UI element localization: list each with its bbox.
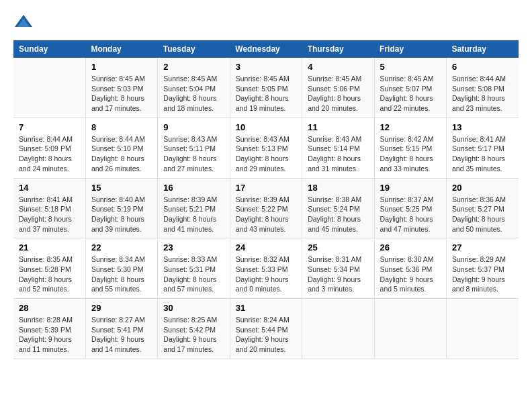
day-number: 7 [19,122,80,132]
calendar-cell: 11Sunrise: 8:43 AMSunset: 5:14 PMDayligh… [302,118,374,178]
day-info: Sunrise: 8:42 AMSunset: 5:15 PMDaylight:… [380,134,441,174]
day-number: 26 [380,242,441,253]
column-header-monday: Monday [85,40,157,58]
day-number: 8 [91,122,152,132]
day-info: Sunrise: 8:45 AMSunset: 5:07 PMDaylight:… [380,74,441,113]
day-info: Sunrise: 8:43 AMSunset: 5:14 PMDaylight:… [308,134,368,174]
calendar-cell: 18Sunrise: 8:38 AMSunset: 5:24 PMDayligh… [302,178,374,238]
week-row-3: 14Sunrise: 8:41 AMSunset: 5:18 PMDayligh… [13,178,519,238]
calendar-cell: 17Sunrise: 8:39 AMSunset: 5:22 PMDayligh… [230,178,302,238]
day-info: Sunrise: 8:28 AMSunset: 5:39 PMDaylight:… [19,315,80,355]
column-header-friday: Friday [374,40,446,58]
calendar-cell [374,299,446,359]
calendar-cell: 14Sunrise: 8:41 AMSunset: 5:18 PMDayligh… [13,178,85,238]
day-info: Sunrise: 8:30 AMSunset: 5:36 PMDaylight:… [380,255,441,294]
day-number: 23 [163,242,224,253]
day-info: Sunrise: 8:43 AMSunset: 5:11 PMDaylight:… [163,134,224,174]
day-info: Sunrise: 8:44 AMSunset: 5:08 PMDaylight:… [452,74,513,113]
day-info: Sunrise: 8:35 AMSunset: 5:28 PMDaylight:… [19,255,80,294]
calendar-cell: 25Sunrise: 8:31 AMSunset: 5:34 PMDayligh… [302,238,374,299]
calendar-cell: 4Sunrise: 8:45 AMSunset: 5:06 PMDaylight… [302,58,374,118]
day-number: 20 [452,183,513,193]
calendar-cell: 2Sunrise: 8:45 AMSunset: 5:04 PMDaylight… [158,58,230,118]
calendar-cell: 21Sunrise: 8:35 AMSunset: 5:28 PMDayligh… [13,238,85,299]
header-row: SundayMondayTuesdayWednesdayThursdayFrid… [13,40,519,58]
day-info: Sunrise: 8:27 AMSunset: 5:41 PMDaylight:… [91,315,152,355]
day-number: 13 [452,122,513,132]
calendar-cell: 13Sunrise: 8:41 AMSunset: 5:17 PMDayligh… [447,118,519,178]
day-info: Sunrise: 8:37 AMSunset: 5:25 PMDaylight:… [380,195,441,234]
day-number: 14 [19,183,80,193]
day-number: 27 [452,242,513,253]
calendar-cell: 28Sunrise: 8:28 AMSunset: 5:39 PMDayligh… [13,299,85,359]
day-info: Sunrise: 8:45 AMSunset: 5:06 PMDaylight:… [308,74,368,113]
day-info: Sunrise: 8:41 AMSunset: 5:17 PMDaylight:… [452,134,513,174]
calendar-cell [302,299,374,359]
calendar-cell: 24Sunrise: 8:32 AMSunset: 5:33 PMDayligh… [230,238,302,299]
column-header-thursday: Thursday [302,40,374,58]
day-info: Sunrise: 8:25 AMSunset: 5:42 PMDaylight:… [163,315,224,355]
calendar-cell: 16Sunrise: 8:39 AMSunset: 5:21 PMDayligh… [158,178,230,238]
day-number: 19 [380,183,441,193]
day-number: 28 [19,303,80,313]
day-number: 30 [163,303,224,313]
day-number: 9 [163,122,224,132]
calendar-body: 1Sunrise: 8:45 AMSunset: 5:03 PMDaylight… [13,58,519,359]
calendar-cell: 6Sunrise: 8:44 AMSunset: 5:08 PMDaylight… [447,58,519,118]
calendar-cell: 23Sunrise: 8:33 AMSunset: 5:31 PMDayligh… [158,238,230,299]
day-number: 21 [19,242,80,253]
column-header-saturday: Saturday [447,40,519,58]
day-info: Sunrise: 8:40 AMSunset: 5:19 PMDaylight:… [91,195,152,234]
day-number: 16 [163,183,224,193]
day-info: Sunrise: 8:44 AMSunset: 5:10 PMDaylight:… [91,134,152,174]
day-number: 5 [380,62,441,72]
day-info: Sunrise: 8:36 AMSunset: 5:27 PMDaylight:… [452,195,513,234]
calendar-cell: 5Sunrise: 8:45 AMSunset: 5:07 PMDaylight… [374,58,446,118]
day-number: 2 [163,62,224,72]
logo [13,13,36,34]
calendar-cell: 20Sunrise: 8:36 AMSunset: 5:27 PMDayligh… [447,178,519,238]
day-info: Sunrise: 8:45 AMSunset: 5:03 PMDaylight:… [91,74,152,113]
day-number: 12 [380,122,441,132]
calendar-cell: 15Sunrise: 8:40 AMSunset: 5:19 PMDayligh… [85,178,157,238]
week-row-4: 21Sunrise: 8:35 AMSunset: 5:28 PMDayligh… [13,238,519,299]
calendar-cell [13,58,85,118]
column-header-tuesday: Tuesday [158,40,230,58]
day-info: Sunrise: 8:38 AMSunset: 5:24 PMDaylight:… [308,195,368,234]
calendar-header: SundayMondayTuesdayWednesdayThursdayFrid… [13,40,519,58]
calendar-cell: 27Sunrise: 8:29 AMSunset: 5:37 PMDayligh… [447,238,519,299]
calendar-table: SundayMondayTuesdayWednesdayThursdayFrid… [13,40,519,359]
column-header-sunday: Sunday [13,40,85,58]
day-info: Sunrise: 8:31 AMSunset: 5:34 PMDaylight:… [308,255,368,294]
day-number: 29 [91,303,152,313]
calendar-cell: 3Sunrise: 8:45 AMSunset: 5:05 PMDaylight… [230,58,302,118]
calendar-cell: 10Sunrise: 8:43 AMSunset: 5:13 PMDayligh… [230,118,302,178]
day-info: Sunrise: 8:24 AMSunset: 5:44 PMDaylight:… [236,315,296,355]
calendar-cell: 31Sunrise: 8:24 AMSunset: 5:44 PMDayligh… [230,299,302,359]
day-info: Sunrise: 8:44 AMSunset: 5:09 PMDaylight:… [19,134,80,174]
day-number: 6 [452,62,513,72]
day-number: 3 [236,62,296,72]
day-info: Sunrise: 8:41 AMSunset: 5:18 PMDaylight:… [19,195,80,234]
calendar-cell: 8Sunrise: 8:44 AMSunset: 5:10 PMDaylight… [85,118,157,178]
day-info: Sunrise: 8:32 AMSunset: 5:33 PMDaylight:… [236,255,296,294]
week-row-2: 7Sunrise: 8:44 AMSunset: 5:09 PMDaylight… [13,118,519,178]
calendar-cell: 9Sunrise: 8:43 AMSunset: 5:11 PMDaylight… [158,118,230,178]
day-number: 4 [308,62,368,72]
day-number: 1 [91,62,152,72]
calendar-cell: 29Sunrise: 8:27 AMSunset: 5:41 PMDayligh… [85,299,157,359]
week-row-5: 28Sunrise: 8:28 AMSunset: 5:39 PMDayligh… [13,299,519,359]
calendar-cell: 19Sunrise: 8:37 AMSunset: 5:25 PMDayligh… [374,178,446,238]
day-info: Sunrise: 8:45 AMSunset: 5:05 PMDaylight:… [236,74,296,113]
day-number: 22 [91,242,152,253]
day-info: Sunrise: 8:45 AMSunset: 5:04 PMDaylight:… [163,74,224,113]
day-number: 11 [308,122,368,132]
day-number: 18 [308,183,368,193]
calendar-cell: 26Sunrise: 8:30 AMSunset: 5:36 PMDayligh… [374,238,446,299]
day-number: 24 [236,242,296,253]
day-info: Sunrise: 8:29 AMSunset: 5:37 PMDaylight:… [452,255,513,294]
day-number: 17 [236,183,296,193]
calendar-cell: 7Sunrise: 8:44 AMSunset: 5:09 PMDaylight… [13,118,85,178]
calendar-cell: 1Sunrise: 8:45 AMSunset: 5:03 PMDaylight… [85,58,157,118]
page-header [13,13,519,34]
